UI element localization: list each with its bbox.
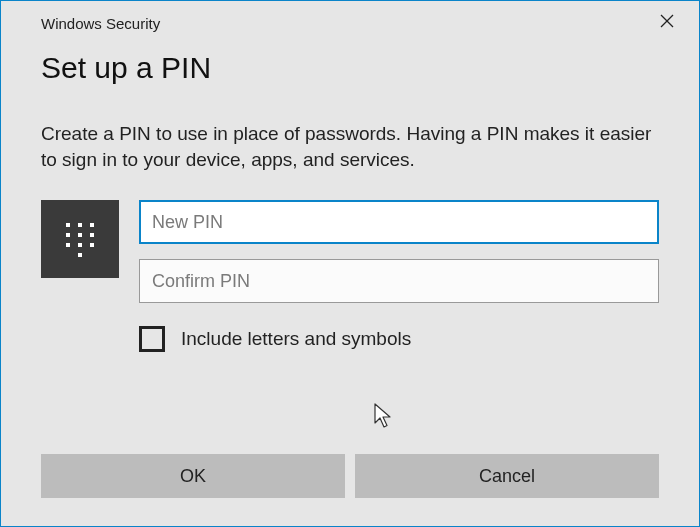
close-button[interactable]	[647, 6, 687, 36]
dialog-content: Set up a PIN Create a PIN to use in plac…	[1, 37, 699, 352]
svg-rect-11	[78, 253, 82, 257]
svg-rect-9	[78, 243, 82, 247]
include-letters-checkbox[interactable]	[139, 326, 165, 352]
svg-rect-4	[90, 223, 94, 227]
dialog-description: Create a PIN to use in place of password…	[41, 121, 659, 172]
svg-rect-2	[66, 223, 70, 227]
cancel-button[interactable]: Cancel	[355, 454, 659, 498]
svg-rect-7	[90, 233, 94, 237]
form-row: Include letters and symbols	[41, 200, 659, 352]
windows-security-dialog: Windows Security Set up a PIN Create a P…	[0, 0, 700, 527]
window-title: Windows Security	[41, 15, 160, 32]
ok-button[interactable]: OK	[41, 454, 345, 498]
svg-rect-10	[90, 243, 94, 247]
button-row: OK Cancel	[41, 454, 659, 498]
include-letters-label: Include letters and symbols	[181, 328, 411, 350]
dialog-heading: Set up a PIN	[41, 51, 659, 85]
new-pin-input[interactable]	[139, 200, 659, 244]
pin-keypad-icon	[41, 200, 119, 278]
svg-rect-8	[66, 243, 70, 247]
close-icon	[660, 14, 674, 28]
svg-rect-6	[78, 233, 82, 237]
confirm-pin-input[interactable]	[139, 259, 659, 303]
include-letters-row: Include letters and symbols	[139, 326, 659, 352]
titlebar: Windows Security	[1, 1, 699, 37]
mouse-cursor-icon	[374, 403, 394, 433]
svg-rect-5	[66, 233, 70, 237]
pin-fields: Include letters and symbols	[139, 200, 659, 352]
svg-rect-3	[78, 223, 82, 227]
